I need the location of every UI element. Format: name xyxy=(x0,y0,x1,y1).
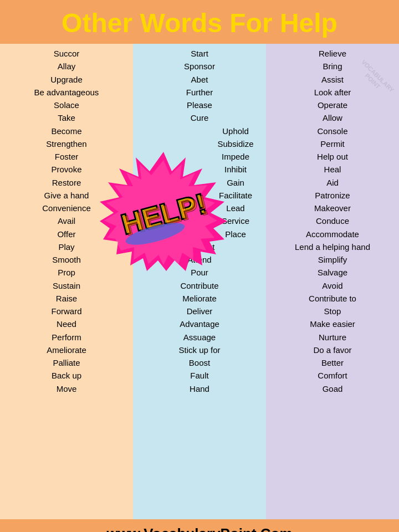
list-item: Console xyxy=(267,125,398,137)
page-footer: www.VocabularyPoint.Com xyxy=(0,519,399,532)
list-item: Permit xyxy=(267,137,398,150)
list-item: Strengthen xyxy=(1,137,132,150)
list-item: Ameliorate xyxy=(1,344,132,356)
list-item: Heal xyxy=(267,163,398,176)
list-item: Contribute xyxy=(134,279,265,292)
list-item: Uphold xyxy=(134,125,265,137)
list-item: Advantage xyxy=(134,318,265,330)
list-item: Be advantageous xyxy=(1,86,132,99)
list-item: Abet xyxy=(134,73,265,86)
list-item: Bring xyxy=(267,60,398,73)
footer-url: www.VocabularyPoint.Com xyxy=(106,525,292,533)
list-item: Raise xyxy=(1,292,132,305)
list-item: Nurture xyxy=(267,331,398,344)
list-item: Further xyxy=(134,86,265,99)
list-item: Sponsor xyxy=(134,60,265,73)
column-right: VOCABULARYPOINT RelieveBringAssistLook a… xyxy=(266,44,399,519)
list-item: Stick up for xyxy=(134,344,265,356)
column-left: SuccorAllayUpgradeBe advantageousSolaceT… xyxy=(0,44,133,519)
list-item: Relieve xyxy=(267,47,398,60)
help-burst-image: HELP! HELP! xyxy=(100,152,227,274)
title-black: Other Words For xyxy=(62,8,280,38)
list-item: Aid xyxy=(267,176,398,189)
list-item: Make easier xyxy=(267,318,398,330)
list-item: Subsidize xyxy=(134,137,265,150)
list-item: Cure xyxy=(134,111,265,124)
list-item: Allay xyxy=(1,60,132,73)
list-item: Better xyxy=(267,356,398,369)
list-item: Solace xyxy=(1,99,132,111)
list-item: Back up xyxy=(1,369,132,382)
page-header: Other Words For Help xyxy=(0,0,399,44)
list-item: Do a favor xyxy=(267,344,398,356)
list-item: Fault xyxy=(134,369,265,382)
list-item: Forward xyxy=(1,305,132,318)
list-item: Help out xyxy=(267,150,398,163)
list-item: Goad xyxy=(267,382,398,395)
list-item: Hand xyxy=(134,382,265,395)
list-item: Operate xyxy=(267,99,398,111)
main-content: SuccorAllayUpgradeBe advantageousSolaceT… xyxy=(0,44,399,519)
list-item: Conduce xyxy=(267,214,398,227)
list-item: Move xyxy=(1,382,132,395)
list-item: Perform xyxy=(1,331,132,344)
list-item: Salvage xyxy=(267,266,398,279)
list-item: Contribute to xyxy=(267,292,398,305)
list-item: Patronize xyxy=(267,189,398,202)
list-item: Makeover xyxy=(267,202,398,214)
page-title: Other Words For Help xyxy=(6,8,393,38)
list-item: Allow xyxy=(267,111,398,124)
list-item: Sustain xyxy=(1,279,132,292)
list-item: Meliorate xyxy=(134,292,265,305)
list-item: Please xyxy=(134,99,265,111)
list-item: Become xyxy=(1,125,132,137)
list-item: Comfort xyxy=(267,369,398,382)
title-yellow: Help xyxy=(280,8,337,38)
list-item: Lend a helping hand xyxy=(267,241,398,253)
list-item: Simplify xyxy=(267,253,398,266)
list-item: Upgrade xyxy=(1,73,132,86)
list-item: Succor xyxy=(1,47,132,60)
list-item: Deliver xyxy=(134,305,265,318)
list-item: Boost xyxy=(134,356,265,369)
list-item: Take xyxy=(1,111,132,124)
column-mid: HELP! HELP! StartSponsorAbetFurtherPleas… xyxy=(133,44,266,519)
list-item: Start xyxy=(134,47,265,60)
list-item: Stop xyxy=(267,305,398,318)
list-item: Accommodate xyxy=(267,228,398,241)
list-item: Palliate xyxy=(1,356,132,369)
list-item: Avoid xyxy=(267,279,398,292)
list-item: Assuage xyxy=(134,331,265,344)
list-item: Need xyxy=(1,318,132,330)
